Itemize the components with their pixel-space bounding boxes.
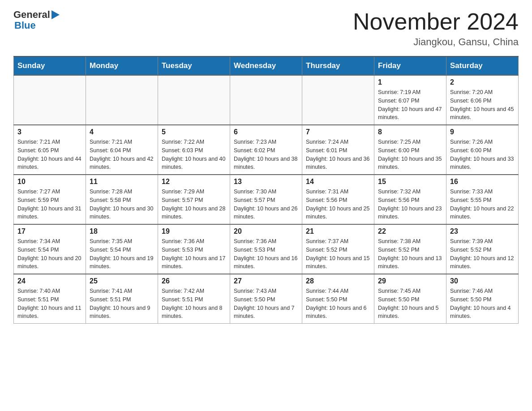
calendar-cell: 21Sunrise: 7:37 AMSunset: 5:52 PMDayligh…: [302, 224, 374, 274]
day-number: 12: [162, 178, 226, 186]
calendar-cell: 3Sunrise: 7:21 AMSunset: 6:05 PMDaylight…: [14, 125, 86, 175]
day-number: 2: [450, 78, 515, 86]
weekday-header-friday: Friday: [374, 56, 446, 75]
day-number: 18: [90, 227, 154, 235]
calendar-cell: [302, 75, 374, 125]
calendar-cell: 22Sunrise: 7:38 AMSunset: 5:52 PMDayligh…: [374, 224, 446, 274]
day-info: Sunrise: 7:38 AMSunset: 5:52 PMDaylight:…: [378, 237, 442, 271]
calendar-cell: 29Sunrise: 7:45 AMSunset: 5:50 PMDayligh…: [374, 274, 446, 324]
day-number: 14: [306, 178, 370, 186]
day-info: Sunrise: 7:20 AMSunset: 6:06 PMDaylight:…: [450, 88, 515, 122]
day-info: Sunrise: 7:35 AMSunset: 5:54 PMDaylight:…: [90, 237, 154, 271]
calendar-cell: 20Sunrise: 7:36 AMSunset: 5:53 PMDayligh…: [230, 224, 302, 274]
weekday-header-thursday: Thursday: [302, 56, 374, 75]
calendar-cell: 13Sunrise: 7:30 AMSunset: 5:57 PMDayligh…: [230, 175, 302, 224]
day-info: Sunrise: 7:32 AMSunset: 5:56 PMDaylight:…: [378, 188, 442, 221]
day-info: Sunrise: 7:28 AMSunset: 5:58 PMDaylight:…: [90, 188, 154, 221]
day-number: 10: [17, 178, 82, 186]
day-info: Sunrise: 7:29 AMSunset: 5:57 PMDaylight:…: [162, 188, 226, 221]
day-number: 19: [162, 227, 226, 235]
location-title: Jiangkou, Gansu, China: [353, 36, 519, 48]
calendar-table: SundayMondayTuesdayWednesdayThursdayFrid…: [13, 56, 519, 324]
day-number: 16: [450, 178, 515, 186]
header: General Blue November 2024 Jiangkou, Gan…: [13, 9, 519, 48]
month-title: November 2024: [353, 9, 519, 34]
calendar-cell: 26Sunrise: 7:42 AMSunset: 5:51 PMDayligh…: [158, 274, 230, 324]
day-info: Sunrise: 7:46 AMSunset: 5:50 PMDaylight:…: [450, 287, 515, 321]
weekday-header-sunday: Sunday: [14, 56, 86, 75]
day-number: 29: [378, 277, 442, 285]
day-number: 9: [450, 128, 515, 136]
day-info: Sunrise: 7:30 AMSunset: 5:57 PMDaylight:…: [234, 188, 298, 221]
day-info: Sunrise: 7:36 AMSunset: 5:53 PMDaylight:…: [234, 237, 298, 271]
day-info: Sunrise: 7:37 AMSunset: 5:52 PMDaylight:…: [306, 237, 370, 271]
day-info: Sunrise: 7:21 AMSunset: 6:04 PMDaylight:…: [90, 138, 154, 171]
weekday-header-row: SundayMondayTuesdayWednesdayThursdayFrid…: [14, 56, 519, 75]
calendar-cell: 6Sunrise: 7:23 AMSunset: 6:02 PMDaylight…: [230, 125, 302, 175]
week-row-3: 10Sunrise: 7:27 AMSunset: 5:59 PMDayligh…: [14, 175, 519, 224]
title-area: November 2024 Jiangkou, Gansu, China: [353, 9, 519, 48]
week-row-1: 1Sunrise: 7:19 AMSunset: 6:07 PMDaylight…: [14, 75, 519, 125]
day-number: 27: [234, 277, 298, 285]
day-number: 30: [450, 277, 515, 285]
day-number: 25: [90, 277, 154, 285]
day-number: 17: [17, 227, 82, 235]
day-number: 28: [306, 277, 370, 285]
calendar-cell: 14Sunrise: 7:31 AMSunset: 5:56 PMDayligh…: [302, 175, 374, 224]
calendar-cell: [158, 75, 230, 125]
calendar-cell: 10Sunrise: 7:27 AMSunset: 5:59 PMDayligh…: [14, 175, 86, 224]
day-info: Sunrise: 7:19 AMSunset: 6:07 PMDaylight:…: [378, 88, 442, 122]
day-info: Sunrise: 7:45 AMSunset: 5:50 PMDaylight:…: [378, 287, 442, 321]
calendar-cell: 17Sunrise: 7:34 AMSunset: 5:54 PMDayligh…: [14, 224, 86, 274]
calendar-cell: 8Sunrise: 7:25 AMSunset: 6:00 PMDaylight…: [374, 125, 446, 175]
day-info: Sunrise: 7:40 AMSunset: 5:51 PMDaylight:…: [17, 287, 82, 321]
day-number: 1: [378, 78, 442, 86]
day-info: Sunrise: 7:42 AMSunset: 5:51 PMDaylight:…: [162, 287, 226, 321]
calendar-cell: 27Sunrise: 7:43 AMSunset: 5:50 PMDayligh…: [230, 274, 302, 324]
calendar-cell: 24Sunrise: 7:40 AMSunset: 5:51 PMDayligh…: [14, 274, 86, 324]
calendar-cell: 28Sunrise: 7:44 AMSunset: 5:50 PMDayligh…: [302, 274, 374, 324]
calendar-body: 1Sunrise: 7:19 AMSunset: 6:07 PMDaylight…: [14, 75, 519, 324]
calendar-cell: 25Sunrise: 7:41 AMSunset: 5:51 PMDayligh…: [86, 274, 158, 324]
calendar-cell: 2Sunrise: 7:20 AMSunset: 6:06 PMDaylight…: [446, 75, 519, 125]
day-number: 21: [306, 227, 370, 235]
logo: General: [13, 9, 61, 21]
day-number: 15: [378, 178, 442, 186]
day-info: Sunrise: 7:21 AMSunset: 6:05 PMDaylight:…: [17, 138, 82, 171]
day-info: Sunrise: 7:27 AMSunset: 5:59 PMDaylight:…: [17, 188, 82, 221]
day-number: 22: [378, 227, 442, 235]
day-info: Sunrise: 7:24 AMSunset: 6:01 PMDaylight:…: [306, 138, 370, 171]
day-info: Sunrise: 7:39 AMSunset: 5:52 PMDaylight:…: [450, 237, 515, 271]
day-number: 24: [17, 277, 82, 285]
calendar-cell: 16Sunrise: 7:33 AMSunset: 5:55 PMDayligh…: [446, 175, 519, 224]
calendar-cell: 5Sunrise: 7:22 AMSunset: 6:03 PMDaylight…: [158, 125, 230, 175]
day-number: 7: [306, 128, 370, 136]
calendar-cell: 9Sunrise: 7:26 AMSunset: 6:00 PMDaylight…: [446, 125, 519, 175]
logo-general-text: General: [13, 9, 50, 21]
weekday-header-wednesday: Wednesday: [230, 56, 302, 75]
day-number: 26: [162, 277, 226, 285]
day-number: 8: [378, 128, 442, 136]
day-number: 5: [162, 128, 226, 136]
day-info: Sunrise: 7:23 AMSunset: 6:02 PMDaylight:…: [234, 138, 298, 171]
day-info: Sunrise: 7:36 AMSunset: 5:53 PMDaylight:…: [162, 237, 226, 271]
day-info: Sunrise: 7:34 AMSunset: 5:54 PMDaylight:…: [17, 237, 82, 271]
calendar-cell: 30Sunrise: 7:46 AMSunset: 5:50 PMDayligh…: [446, 274, 519, 324]
day-info: Sunrise: 7:25 AMSunset: 6:00 PMDaylight:…: [378, 138, 442, 171]
logo-area: General Blue: [13, 9, 61, 31]
calendar-cell: 19Sunrise: 7:36 AMSunset: 5:53 PMDayligh…: [158, 224, 230, 274]
day-info: Sunrise: 7:43 AMSunset: 5:50 PMDaylight:…: [234, 287, 298, 321]
day-number: 4: [90, 128, 154, 136]
calendar-cell: 23Sunrise: 7:39 AMSunset: 5:52 PMDayligh…: [446, 224, 519, 274]
calendar-cell: [14, 75, 86, 125]
calendar-cell: 15Sunrise: 7:32 AMSunset: 5:56 PMDayligh…: [374, 175, 446, 224]
day-info: Sunrise: 7:33 AMSunset: 5:55 PMDaylight:…: [450, 188, 515, 221]
calendar-cell: 18Sunrise: 7:35 AMSunset: 5:54 PMDayligh…: [86, 224, 158, 274]
day-info: Sunrise: 7:41 AMSunset: 5:51 PMDaylight:…: [90, 287, 154, 321]
weekday-header-tuesday: Tuesday: [158, 56, 230, 75]
day-number: 20: [234, 227, 298, 235]
calendar-cell: 12Sunrise: 7:29 AMSunset: 5:57 PMDayligh…: [158, 175, 230, 224]
day-info: Sunrise: 7:44 AMSunset: 5:50 PMDaylight:…: [306, 287, 370, 321]
logo-blue-text: Blue: [14, 20, 36, 31]
calendar-cell: [230, 75, 302, 125]
